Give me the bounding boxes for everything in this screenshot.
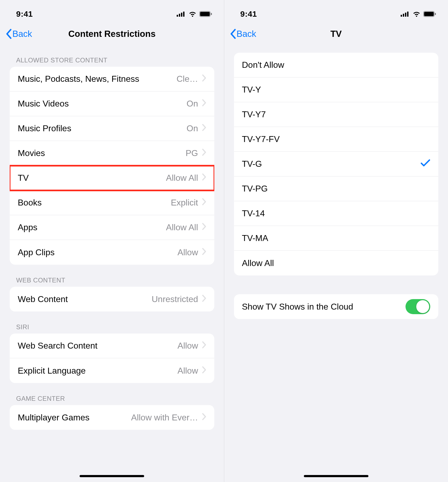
tv-option-row[interactable]: TV-PG [234, 176, 439, 201]
selected-check [421, 159, 430, 169]
settings-row[interactable]: Music VideosOn [10, 91, 214, 116]
svg-rect-8 [403, 14, 404, 17]
chevron-right-icon [202, 148, 206, 156]
svg-rect-0 [177, 15, 178, 17]
section-header: GAME CENTER [10, 383, 214, 405]
chevron-left-icon [230, 29, 236, 39]
back-label: Back [237, 29, 256, 39]
back-label: Back [12, 29, 32, 39]
page-title: TV [330, 29, 342, 39]
svg-rect-1 [179, 14, 180, 17]
row-label: Books [18, 198, 166, 208]
row-label: Music Profiles [18, 123, 182, 133]
settings-row[interactable]: App ClipsAllow [10, 240, 214, 265]
phone-right: 9:41 Back TV Don't AllowTV-YTV-Y7TV-Y7-F… [224, 0, 448, 482]
settings-row[interactable]: MoviesPG [10, 141, 214, 166]
row-label: App Clips [18, 247, 173, 257]
settings-row[interactable]: Multiplayer GamesAllow with Ever… [10, 405, 214, 430]
status-bar: 9:41 [0, 0, 224, 23]
tv-option-row[interactable]: Don't Allow [234, 53, 439, 77]
chevron-right-icon [202, 413, 206, 420]
row-value: On [187, 123, 198, 133]
svg-rect-6 [211, 13, 212, 15]
wifi-icon [189, 11, 197, 17]
row-value: Allow [177, 366, 198, 376]
settings-row[interactable]: Web Search ContentAllow [10, 334, 214, 358]
row-value: On [187, 99, 198, 109]
row-value: Allow [177, 247, 198, 257]
svg-rect-3 [183, 12, 184, 17]
chevron-right-icon [202, 198, 206, 205]
cellular-icon [401, 11, 410, 17]
option-label: Don't Allow [242, 60, 431, 70]
settings-row[interactable]: Music, Podcasts, News, FitnessCle… [10, 67, 214, 91]
tv-option-row[interactable]: Allow All [234, 251, 439, 275]
status-icons [401, 11, 436, 17]
nav-bar: Back TV [224, 23, 448, 45]
option-label: TV-MA [242, 233, 431, 243]
settings-row[interactable]: Explicit LanguageAllow [10, 358, 214, 383]
checkmark-icon [421, 159, 430, 167]
chevron-right-icon [202, 248, 206, 255]
settings-card: Multiplayer GamesAllow with Ever… [10, 405, 214, 430]
content-scroll[interactable]: ALLOWED STORE CONTENTMusic, Podcasts, Ne… [0, 45, 224, 482]
battery-icon [199, 11, 212, 17]
row-value: PG [186, 148, 198, 158]
settings-row[interactable]: Web ContentUnrestricted [10, 287, 214, 311]
row-value: Cle… [176, 74, 198, 84]
row-value: Allow with Ever… [131, 413, 198, 423]
settings-row[interactable]: TVAllow All [10, 166, 214, 190]
row-label: Web Search Content [18, 341, 173, 351]
settings-card: Web ContentUnrestricted [10, 287, 214, 311]
option-label: TV-Y7 [242, 109, 431, 119]
content-scroll[interactable]: Don't AllowTV-YTV-Y7TV-Y7-FVTV-GTV-PGTV-… [224, 45, 448, 482]
nav-bar: Back Content Restrictions [0, 23, 224, 45]
svg-rect-10 [407, 12, 408, 17]
svg-rect-9 [405, 13, 406, 17]
chevron-right-icon [202, 124, 206, 131]
cloud-toggle-card: Show TV Shows in the Cloud [234, 294, 439, 319]
tv-options-card: Don't AllowTV-YTV-Y7TV-Y7-FVTV-GTV-PGTV-… [234, 53, 439, 275]
chevron-right-icon [202, 173, 206, 181]
tv-option-row[interactable]: TV-Y7-FV [234, 127, 439, 152]
row-value: Explicit [171, 198, 198, 208]
tv-option-row[interactable]: TV-G [234, 152, 439, 176]
chevron-right-icon [202, 341, 206, 349]
svg-rect-2 [181, 13, 182, 17]
chevron-left-icon [5, 29, 12, 39]
page-title: Content Restrictions [68, 29, 156, 39]
settings-row[interactable]: BooksExplicit [10, 190, 214, 215]
row-value: Allow All [166, 173, 198, 183]
battery-icon [423, 11, 436, 17]
tv-option-row[interactable]: TV-Y7 [234, 102, 439, 127]
option-label: Allow All [242, 258, 431, 268]
settings-row[interactable]: AppsAllow All [10, 215, 214, 240]
back-button[interactable]: Back [5, 23, 32, 45]
row-label: Explicit Language [18, 366, 173, 376]
row-label: TV [18, 173, 162, 183]
settings-card: Web Search ContentAllowExplicit Language… [10, 334, 214, 383]
status-time: 9:41 [240, 9, 257, 19]
section-header: ALLOWED STORE CONTENT [10, 45, 214, 67]
option-label: TV-Y7-FV [242, 134, 431, 144]
chevron-right-icon [202, 74, 206, 82]
settings-row[interactable]: Music ProfilesOn [10, 116, 214, 141]
phone-left: 9:41 Back Content Restrictions ALLOWED S… [0, 0, 224, 482]
svg-rect-7 [401, 15, 402, 17]
back-button[interactable]: Back [230, 23, 256, 45]
option-label: TV-Y [242, 85, 431, 95]
row-value: Allow [177, 341, 198, 351]
row-value: Unrestricted [152, 294, 198, 304]
wifi-icon [413, 11, 421, 17]
tv-option-row[interactable]: TV-14 [234, 201, 439, 226]
row-label: Apps [18, 222, 162, 232]
tv-option-row[interactable]: TV-MA [234, 226, 439, 251]
show-in-cloud-switch[interactable] [406, 299, 430, 314]
tv-option-row[interactable]: TV-Y [234, 77, 439, 102]
section-header: WEB CONTENT [10, 265, 214, 287]
chevron-right-icon [202, 366, 206, 374]
svg-rect-5 [200, 12, 210, 16]
status-time: 9:41 [16, 9, 33, 19]
row-label: Music Videos [18, 99, 182, 109]
show-in-cloud-row[interactable]: Show TV Shows in the Cloud [234, 294, 439, 319]
